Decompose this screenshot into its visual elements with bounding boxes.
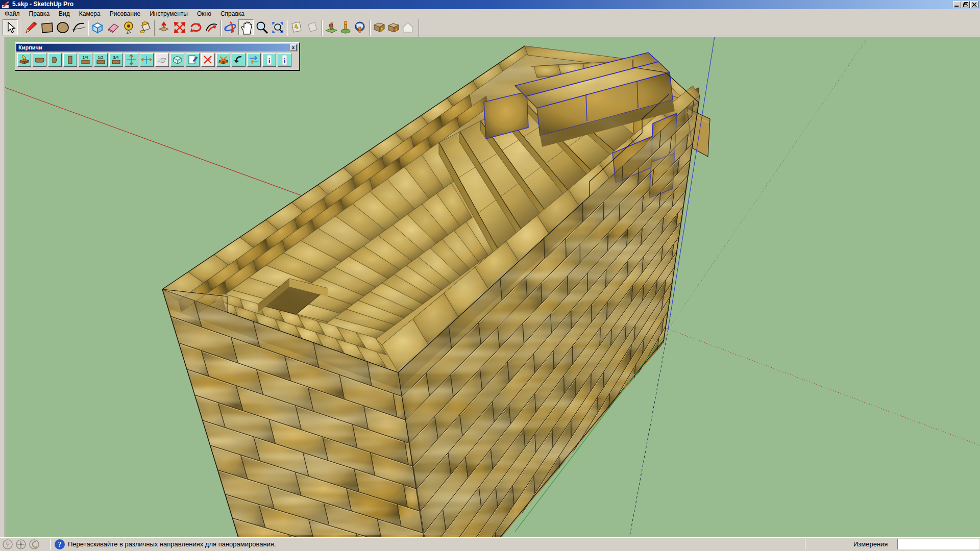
svg-text:i: i bbox=[268, 57, 270, 65]
svg-text:3/4: 3/4 bbox=[113, 55, 119, 60]
svg-text:1/4: 1/4 bbox=[82, 55, 88, 60]
svg-text:?: ? bbox=[58, 541, 62, 548]
svg-text:i: i bbox=[283, 57, 285, 65]
svg-text:1/2: 1/2 bbox=[97, 55, 104, 60]
